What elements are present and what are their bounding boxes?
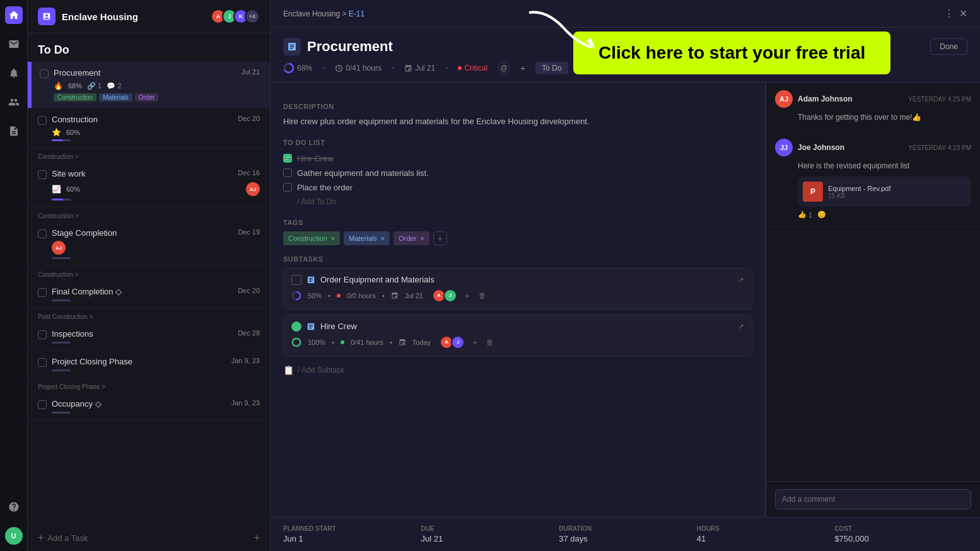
meta-priority: Critical: [458, 64, 487, 72]
tag-materials: Materials: [99, 93, 132, 102]
done-button[interactable]: Done: [930, 38, 967, 55]
nav-home-icon[interactable]: [5, 6, 23, 24]
nav-avatar-icon[interactable]: U: [5, 527, 23, 545]
nav-inbox-icon[interactable]: [5, 35, 23, 53]
tag-remove-icon[interactable]: ×: [331, 235, 335, 242]
task-date-inspections: Dec 28: [238, 329, 260, 337]
sidebar: Enclave Housing A J K +4 To Do Procureme…: [28, 0, 271, 551]
project-title: Enclave Housing: [62, 11, 138, 22]
meta-status[interactable]: To Do: [535, 62, 568, 74]
task-checkbox-stage[interactable]: [38, 229, 47, 238]
subtask-external-link-1[interactable]: ↗: [738, 322, 744, 331]
add-subtask-button[interactable]: 📋 / Add Subtask: [283, 361, 752, 379]
task-item-procurement[interactable]: Procurement Jul 21 🔥 68% 🔗 1 💬 2 Constru…: [28, 62, 270, 108]
footer-cost: COST $750,000: [834, 525, 967, 543]
add-subtask-label: / Add Subtask: [298, 366, 344, 374]
subtasks-section: Order Equipment and Materials ↗ 50% • 0: [283, 268, 752, 379]
task-checkbox-occupancy[interactable]: [38, 400, 47, 409]
add-meta-icon[interactable]: +: [520, 63, 525, 73]
meta-hours: 0/41 hours: [335, 64, 382, 72]
more-options-icon[interactable]: ⋮: [944, 8, 954, 20]
task-name-construction: Construction: [52, 115, 233, 124]
avatar-sitework: AJ: [246, 182, 260, 196]
subtask-external-link-0[interactable]: ↗: [738, 276, 744, 284]
breadcrumb: Enclave Housing > E-11: [283, 9, 365, 18]
comments-panel: AJ Adam Johnson YESTERDAY 4:25 PM Thanks…: [766, 83, 980, 517]
todo-item-2: Place the order: [283, 180, 752, 195]
task-checkbox-final[interactable]: [38, 288, 47, 297]
tag-remove-icon2[interactable]: ×: [381, 235, 385, 242]
avatar-group: A J K +4: [214, 9, 260, 24]
tag-add-button[interactable]: +: [433, 231, 447, 245]
todo-check-0[interactable]: ✓: [283, 154, 292, 163]
comment-text-0: Thanks for getting this over to me!👍: [798, 112, 971, 123]
nav-users-icon[interactable]: [5, 93, 23, 111]
assign-icon[interactable]: @: [498, 62, 510, 74]
meta-priority-value: Critical: [464, 64, 487, 72]
task-name-procurement: Procurement: [54, 68, 236, 78]
comment-time-0: YESTERDAY 4:25 PM: [908, 96, 971, 103]
close-icon[interactable]: ✕: [959, 8, 967, 20]
reaction-thumb[interactable]: 👍 1: [798, 211, 812, 219]
nav-docs-icon[interactable]: [5, 122, 23, 140]
task-item-inspections[interactable]: Inspections Dec 28: [28, 323, 270, 351]
main-content: Click here to start your free trial Encl…: [271, 0, 980, 551]
tag-removable-order: Order ×: [394, 231, 429, 245]
subtask-delete-1[interactable]: 🗑: [486, 338, 494, 347]
subtask-add-assignee-1[interactable]: +: [472, 337, 477, 347]
nav-help-icon[interactable]: [5, 498, 23, 516]
smile-icon: 😊: [817, 211, 826, 219]
nav-bell-icon[interactable]: [5, 64, 23, 82]
description-text: Hire crew plus order equipment and mater…: [283, 115, 752, 129]
task-item-closing[interactable]: Project Closing Phase Jan 9, 23: [28, 351, 270, 378]
subtask-progress-circle-0: [291, 291, 301, 301]
add-todo-button[interactable]: / Add To Do: [283, 195, 752, 209]
comment-input[interactable]: [775, 489, 971, 509]
task-list: Procurement Jul 21 🔥 68% 🔗 1 💬 2 Constru…: [28, 62, 270, 524]
subtask-check-0[interactable]: [291, 275, 301, 285]
add-subtask-icon: 📋: [283, 365, 294, 375]
tag-removable-construction: Construction ×: [283, 231, 340, 245]
task-body: DESCRIPTION Hire crew plus order equipme…: [271, 83, 980, 517]
footer-duration: DURATION 37 days: [559, 525, 692, 543]
task-date-procurement: Jul 21: [242, 68, 260, 76]
subtask-name-0: Order Equipment and Materials: [320, 275, 733, 284]
todo-check-1[interactable]: [283, 168, 292, 177]
subtask-add-assignee-0[interactable]: +: [465, 291, 470, 301]
todo-label: TO DO LIST: [283, 139, 752, 146]
task-date-sitework: Dec 16: [238, 169, 260, 177]
subtask-name-1: Hire Crew: [320, 322, 733, 331]
task-item-stage[interactable]: Stage Completion Dec 19 AJ: [28, 222, 270, 266]
progress-badge: 68%: [68, 82, 82, 90]
footer-due-label: DUE: [421, 525, 554, 532]
task-checkbox-closing[interactable]: [38, 358, 47, 367]
attachment-size-1: 15 KB: [828, 192, 890, 199]
description-label: DESCRIPTION: [283, 103, 752, 110]
thumb-count: 1: [808, 211, 812, 219]
task-checkbox-procurement[interactable]: [40, 69, 49, 78]
task-item-sitework[interactable]: Site work Dec 16 📈 60% AJ: [28, 163, 270, 207]
left-nav: U: [0, 0, 28, 551]
task-checkbox-inspections[interactable]: [38, 330, 47, 339]
task-date-closing: Jan 9, 23: [231, 357, 260, 364]
add-task-button[interactable]: + Add a Task +: [28, 524, 270, 551]
comment-input-area: [766, 481, 980, 517]
hours-icon: [335, 64, 343, 72]
todo-check-2[interactable]: [283, 183, 292, 192]
task-detail-title: Procurement: [307, 38, 393, 55]
tag-remove-icon3[interactable]: ×: [420, 235, 424, 242]
task-item-construction[interactable]: Construction Dec 20 ⭐ 60%: [28, 108, 270, 148]
task-detail-icon: [283, 38, 301, 55]
task-checkbox-construction[interactable]: [38, 116, 47, 125]
comment-text-1: Here is the revised equipment list: [798, 160, 971, 171]
subtask-avatar-3: J: [451, 335, 465, 349]
cta-button[interactable]: Click here to start your free trial: [573, 32, 890, 74]
task-item-final[interactable]: Final Completion ◇ Dec 20: [28, 281, 270, 308]
footer-cost-value: $750,000: [834, 534, 967, 543]
subtask-delete-0[interactable]: 🗑: [479, 291, 486, 300]
task-checkbox-sitework[interactable]: [38, 170, 47, 179]
task-item-occupancy[interactable]: Occupancy ◇ Jan 9, 23: [28, 393, 270, 420]
reaction-smile[interactable]: 😊: [817, 211, 826, 219]
attachment-icon-1: P: [803, 182, 823, 202]
subtask-check-1[interactable]: [291, 322, 301, 332]
